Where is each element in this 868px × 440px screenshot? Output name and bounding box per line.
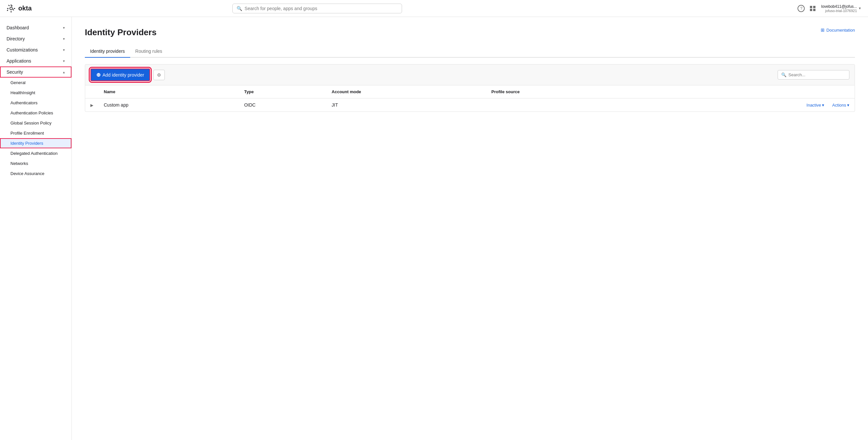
main-content: Identity Providers ⊞ Documentation Ident… — [72, 17, 868, 440]
customizations-chevron: ▾ — [63, 48, 65, 52]
label-device-assurance: Device Assurance — [10, 171, 44, 176]
search-icon: 🔍 — [237, 6, 242, 11]
sidebar-sub-general[interactable]: General — [0, 77, 71, 88]
sidebar: Dashboard ▾ Directory ▾ Customizations ▾… — [0, 17, 72, 440]
table-search-icon: 🔍 — [781, 72, 786, 77]
col-actions — [641, 86, 855, 98]
label-healthinsight: HealthInsight — [10, 90, 35, 95]
status-chevron: ▾ — [822, 103, 824, 107]
toolbar-left: ⊕ Add identity provider ⚙ — [90, 68, 165, 81]
sidebar-label-customizations: Customizations — [6, 47, 38, 53]
user-menu[interactable]: lovebob411@jofus... jofuso-trial-1076921… — [821, 4, 862, 13]
actions-chevron: ▾ — [847, 103, 849, 107]
user-org: jofuso-trial-1076921 — [821, 9, 857, 13]
col-name: Name — [98, 86, 239, 98]
svg-point-9 — [10, 7, 12, 10]
gear-icon: ⚙ — [157, 72, 161, 77]
sidebar-sub-authenticators[interactable]: Authenticators — [0, 98, 71, 108]
user-info-text: lovebob411@jofus... jofuso-trial-1076921 — [821, 4, 857, 13]
row-type-cell: OIDC — [239, 98, 326, 112]
nav-right-area: ? lovebob411@jofus... jofuso-trial-10769… — [798, 4, 862, 13]
tab-routing-rules[interactable]: Routing rules — [130, 45, 168, 58]
label-general: General — [10, 80, 26, 85]
top-navigation: okta 🔍 ? lovebob411@jofus... jofuso-tria… — [0, 0, 868, 17]
settings-button[interactable]: ⚙ — [153, 70, 165, 80]
page-title: Identity Providers — [85, 27, 157, 37]
col-expand — [85, 86, 98, 98]
main-layout: Dashboard ▾ Directory ▾ Customizations ▾… — [0, 0, 868, 440]
status-button[interactable]: Inactive ▾ — [807, 103, 825, 107]
row-expand-icon[interactable]: ▶ — [90, 103, 93, 107]
sidebar-sub-networks[interactable]: Networks — [0, 159, 71, 169]
add-icon: ⊕ — [96, 72, 100, 78]
security-chevron: ▴ — [63, 70, 65, 74]
actions-button[interactable]: Actions ▾ — [832, 103, 849, 107]
sidebar-item-security[interactable]: Security ▴ — [0, 67, 71, 77]
sidebar-label-dashboard: Dashboard — [6, 25, 29, 30]
sidebar-sub-healthinsight[interactable]: HealthInsight — [0, 88, 71, 98]
add-button-label: Add identity provider — [102, 72, 144, 77]
svg-rect-4 — [14, 8, 16, 8]
sidebar-label-security: Security — [6, 69, 23, 75]
directory-chevron: ▾ — [63, 37, 65, 41]
sidebar-item-applications[interactable]: Applications ▾ — [0, 56, 71, 67]
row-profile-source-cell — [486, 98, 641, 112]
table-search[interactable]: 🔍 — [778, 70, 849, 79]
label-authenticators: Authenticators — [10, 100, 37, 105]
svg-rect-2 — [11, 11, 11, 12]
svg-rect-8 — [7, 9, 8, 11]
col-profile-source: Profile source — [486, 86, 641, 98]
user-menu-chevron: ▼ — [858, 6, 862, 10]
row-actions-cell: Inactive ▾ Actions ▾ — [641, 98, 855, 112]
svg-rect-1 — [11, 4, 11, 6]
col-account-mode: Account mode — [326, 86, 486, 98]
user-email: lovebob411@jofus... — [821, 4, 857, 9]
label-auth-policies: Authentication Policies — [10, 110, 53, 115]
row-actions-area: Inactive ▾ Actions ▾ — [646, 103, 849, 107]
table-header-row: Name Type Account mode Profile source — [85, 86, 855, 98]
sidebar-sub-device-assurance[interactable]: Device Assurance — [0, 169, 71, 179]
sidebar-sub-identity-providers[interactable]: Identity Providers — [0, 138, 71, 148]
page-header: Identity Providers ⊞ Documentation — [85, 27, 855, 37]
tab-identity-providers-label: Identity providers — [90, 48, 125, 54]
label-global-session: Global Session Policy — [10, 121, 52, 126]
svg-rect-3 — [7, 8, 9, 8]
label-networks: Networks — [10, 161, 28, 166]
sidebar-item-directory[interactable]: Directory ▾ — [0, 33, 71, 44]
svg-rect-6 — [12, 9, 14, 10]
sidebar-item-customizations[interactable]: Customizations ▾ — [0, 44, 71, 56]
page-tabs: Identity providers Routing rules — [85, 45, 855, 58]
sidebar-sub-auth-policies[interactable]: Authentication Policies — [0, 108, 71, 118]
global-search-bar[interactable]: 🔍 — [232, 4, 402, 13]
col-type: Type — [239, 86, 326, 98]
applications-chevron: ▾ — [63, 59, 65, 63]
identity-providers-table: Name Type Account mode Profile source ▶ … — [85, 86, 855, 112]
okta-logo-icon — [6, 4, 16, 13]
table-toolbar: ⊕ Add identity provider ⚙ 🔍 — [85, 64, 855, 86]
row-name-cell: Custom app — [98, 98, 239, 112]
documentation-link[interactable]: ⊞ Documentation — [821, 27, 855, 33]
row-account-mode-cell: JIT — [326, 98, 486, 112]
row-expand-cell[interactable]: ▶ — [85, 98, 98, 112]
sidebar-sub-global-session[interactable]: Global Session Policy — [0, 118, 71, 128]
table-search-input[interactable] — [788, 72, 846, 77]
global-search-input[interactable] — [245, 6, 398, 11]
help-icon[interactable]: ? — [798, 5, 805, 12]
status-label: Inactive — [807, 103, 822, 107]
table-row: ▶ Custom app OIDC JIT Inactive ▾ — [85, 98, 855, 112]
tab-routing-rules-label: Routing rules — [135, 48, 162, 54]
dashboard-chevron: ▾ — [63, 26, 65, 30]
svg-rect-5 — [8, 5, 10, 6]
sidebar-label-directory: Directory — [6, 36, 25, 41]
actions-label: Actions — [832, 103, 846, 107]
label-identity-providers: Identity Providers — [10, 141, 43, 146]
grid-icon[interactable] — [810, 6, 816, 11]
documentation-icon: ⊞ — [821, 27, 825, 33]
sidebar-sub-delegated-auth[interactable]: Delegated Authentication — [0, 148, 71, 159]
documentation-link-label: Documentation — [827, 28, 855, 33]
tab-identity-providers[interactable]: Identity providers — [85, 45, 130, 58]
sidebar-item-dashboard[interactable]: Dashboard ▾ — [0, 22, 71, 33]
sidebar-sub-profile-enrollment[interactable]: Profile Enrollment — [0, 128, 71, 138]
okta-logo[interactable]: okta — [6, 4, 32, 13]
add-identity-provider-button[interactable]: ⊕ Add identity provider — [90, 68, 150, 81]
